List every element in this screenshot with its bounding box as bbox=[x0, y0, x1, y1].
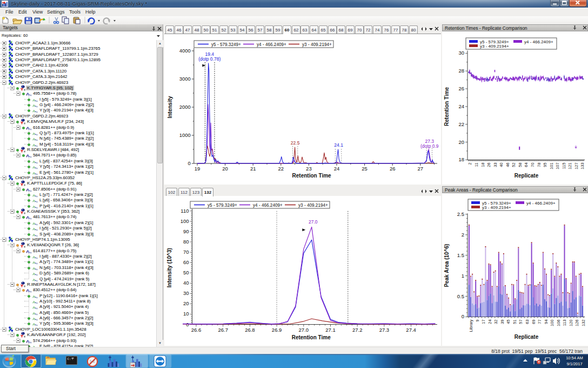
svg-text:58: 58 bbox=[518, 162, 523, 167]
svg-text:24.1: 24.1 bbox=[334, 142, 343, 148]
svg-text:27.1: 27.1 bbox=[325, 327, 336, 333]
svg-text:50: 50 bbox=[183, 270, 189, 275]
svg-text:115: 115 bbox=[562, 162, 566, 169]
svg-text:100: 100 bbox=[550, 319, 554, 326]
svg-text:133: 133 bbox=[580, 162, 585, 169]
svg-text:21: 21 bbox=[250, 166, 256, 172]
svg-text:101: 101 bbox=[549, 162, 554, 169]
svg-text:10: 10 bbox=[183, 311, 189, 317]
svg-text:1000: 1000 bbox=[179, 132, 191, 138]
svg-text:Library: Library bbox=[469, 319, 473, 332]
svg-text:26.7: 26.7 bbox=[218, 327, 228, 333]
svg-text:Peak Area (10^6): Peak Area (10^6) bbox=[444, 244, 450, 287]
svg-text:3000: 3000 bbox=[179, 76, 191, 82]
svg-text:100: 100 bbox=[181, 218, 189, 224]
svg-text:20: 20 bbox=[222, 166, 228, 172]
svg-text:24: 24 bbox=[458, 103, 464, 109]
svg-text:28: 28 bbox=[458, 68, 464, 74]
svg-text:39: 39 bbox=[500, 319, 505, 324]
svg-text:45: 45 bbox=[506, 319, 511, 324]
svg-text:2: 2 bbox=[462, 232, 464, 238]
svg-text:26.6: 26.6 bbox=[191, 327, 202, 333]
svg-text:26.8: 26.8 bbox=[245, 327, 255, 333]
svg-text:78: 78 bbox=[537, 162, 542, 167]
svg-text:52: 52 bbox=[511, 162, 516, 167]
svg-text:22: 22 bbox=[458, 121, 464, 127]
svg-text:y4 - 466.2409+: y4 - 466.2409+ bbox=[524, 40, 553, 44]
svg-text:(dotp 0.9: (dotp 0.9 bbox=[420, 143, 439, 149]
svg-text:26.9: 26.9 bbox=[272, 327, 282, 333]
svg-text:Retention Time: Retention Time bbox=[292, 334, 331, 340]
svg-text:22: 22 bbox=[278, 166, 284, 172]
svg-text:20: 20 bbox=[458, 139, 464, 145]
svg-text:70: 70 bbox=[530, 162, 535, 167]
svg-text:33: 33 bbox=[493, 162, 498, 167]
svg-text:18: 18 bbox=[480, 162, 485, 167]
svg-text:0: 0 bbox=[188, 160, 191, 166]
svg-text:24: 24 bbox=[334, 166, 340, 172]
svg-text:77: 77 bbox=[537, 319, 542, 324]
svg-text:y3 - 409.2194+: y3 - 409.2194+ bbox=[482, 205, 511, 210]
svg-text:2.5: 2.5 bbox=[457, 211, 464, 217]
svg-text:27.4: 27.4 bbox=[406, 327, 416, 333]
svg-text:9: 9 bbox=[475, 319, 480, 321]
svg-text:19: 19 bbox=[195, 166, 201, 172]
svg-text:90: 90 bbox=[183, 228, 189, 234]
svg-text:30: 30 bbox=[458, 50, 464, 56]
svg-text:127: 127 bbox=[574, 162, 579, 169]
svg-text:y4 - 466.2409+: y4 - 466.2409+ bbox=[257, 42, 286, 47]
svg-text:2000: 2000 bbox=[179, 104, 191, 110]
svg-text:Intensity: Intensity bbox=[167, 96, 173, 119]
svg-text:Retention Time: Retention Time bbox=[444, 87, 450, 126]
svg-text:121: 121 bbox=[567, 162, 572, 169]
svg-text:1.5: 1.5 bbox=[457, 252, 464, 258]
svg-text:110: 110 bbox=[181, 208, 189, 214]
svg-text:0: 0 bbox=[462, 313, 464, 319]
svg-text:113: 113 bbox=[562, 319, 567, 326]
svg-text:y3 - 409.2194+: y3 - 409.2194+ bbox=[480, 44, 509, 49]
svg-text:27: 27 bbox=[418, 166, 424, 172]
svg-text:30: 30 bbox=[183, 290, 189, 296]
svg-text:26: 26 bbox=[390, 166, 396, 172]
svg-text:20: 20 bbox=[183, 300, 189, 306]
svg-text:51: 51 bbox=[512, 319, 517, 324]
svg-text:2: 2 bbox=[468, 162, 473, 165]
svg-text:Retention Time: Retention Time bbox=[292, 173, 331, 179]
svg-text:22.5: 22.5 bbox=[291, 140, 300, 146]
svg-text:27.2: 27.2 bbox=[352, 327, 363, 333]
svg-text:57: 57 bbox=[518, 319, 523, 324]
svg-text:11: 11 bbox=[474, 162, 479, 167]
svg-text:Replicate: Replicate bbox=[514, 334, 539, 340]
svg-text:94: 94 bbox=[544, 319, 549, 324]
svg-text:60: 60 bbox=[183, 259, 189, 265]
svg-text:y4 - 466.2409+: y4 - 466.2409+ bbox=[526, 201, 556, 206]
svg-text:23: 23 bbox=[306, 166, 312, 172]
svg-text:70: 70 bbox=[183, 249, 189, 255]
svg-text:Replicate: Replicate bbox=[514, 173, 539, 179]
svg-text:40: 40 bbox=[499, 162, 504, 167]
svg-text:(dotp 0.78): (dotp 0.78) bbox=[198, 56, 220, 62]
svg-text:80: 80 bbox=[183, 239, 189, 245]
svg-text:69: 69 bbox=[531, 319, 536, 324]
svg-text:y5 - 579.3249+: y5 - 579.3249+ bbox=[208, 203, 237, 208]
svg-text:17: 17 bbox=[481, 319, 486, 324]
svg-text:106: 106 bbox=[556, 319, 561, 326]
svg-text:y3 - 409.2194+: y3 - 409.2194+ bbox=[302, 42, 332, 47]
svg-text:32: 32 bbox=[493, 319, 498, 324]
svg-text:18: 18 bbox=[458, 156, 464, 162]
svg-text:27.0: 27.0 bbox=[299, 327, 309, 333]
svg-text:24: 24 bbox=[487, 319, 492, 324]
svg-text:95: 95 bbox=[543, 162, 547, 167]
svg-text:26: 26 bbox=[486, 162, 491, 167]
svg-text:1: 1 bbox=[462, 273, 464, 279]
svg-text:26: 26 bbox=[458, 86, 464, 91]
svg-text:63: 63 bbox=[525, 319, 530, 324]
svg-text:27.3: 27.3 bbox=[379, 327, 390, 333]
svg-text:27.0: 27.0 bbox=[309, 219, 318, 225]
svg-text:Intensity (10^3): Intensity (10^3) bbox=[166, 248, 172, 287]
svg-text:46: 46 bbox=[505, 162, 510, 167]
svg-text:y4 - 466.2409+: y4 - 466.2409+ bbox=[253, 203, 283, 208]
svg-text:25: 25 bbox=[362, 166, 368, 172]
svg-text:64: 64 bbox=[524, 162, 529, 167]
svg-text:107: 107 bbox=[555, 162, 560, 169]
